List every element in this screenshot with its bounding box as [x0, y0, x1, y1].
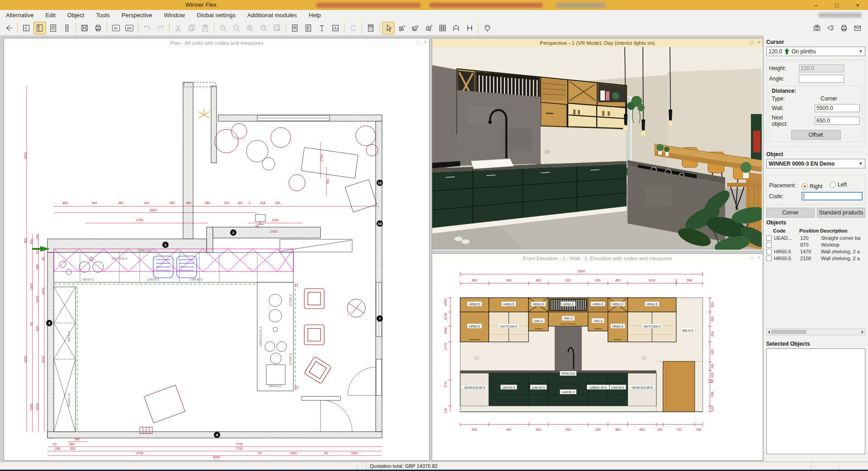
tool-floor-plan[interactable]: [20, 22, 33, 34]
offset-button[interactable]: Offset: [791, 130, 841, 140]
catalogue-dropdown[interactable]: WINNER 0000-3 EN Demo ▼: [766, 159, 865, 168]
elevation-canvas[interactable]: HR60-5HR60-5HR60-5HR60-5HR60-5HR60-5HR60…: [432, 262, 763, 460]
tool-sc-text[interactable]: sc: [109, 22, 122, 34]
menu-help[interactable]: Help: [303, 10, 327, 21]
tool-text-tool[interactable]: [316, 22, 328, 34]
tool-measure[interactable]: [463, 22, 476, 34]
scroll-left-icon[interactable]: [768, 330, 770, 334]
tool-tall-unit[interactable]: [61, 22, 73, 34]
menu-object[interactable]: Object: [61, 10, 90, 21]
tool-cut[interactable]: [172, 22, 184, 34]
menu-alternative[interactable]: Alternative: [0, 10, 39, 21]
table-row[interactable]: HR60-51470Wall shelving, 2 a: [766, 248, 865, 255]
tool-zoom-in[interactable]: [217, 22, 229, 34]
tool-back[interactable]: [2, 22, 15, 34]
close-button[interactable]: ×: [847, 0, 868, 10]
tool-grid[interactable]: [436, 22, 449, 34]
tool-printer2[interactable]: [838, 22, 850, 34]
status-segment: [839, 462, 868, 470]
angle-field[interactable]: [799, 75, 844, 83]
placement-radio-left[interactable]: Left: [830, 181, 847, 188]
menu-window[interactable]: Window: [158, 10, 191, 21]
wall-distance-field[interactable]: [815, 104, 860, 112]
cabinet-code-label: UAB45-33-5: [589, 386, 607, 389]
tool-mail[interactable]: [851, 22, 864, 34]
plan-close-icon[interactable]: ×: [424, 39, 427, 45]
height-field[interactable]: [799, 64, 844, 72]
row-checkbox[interactable]: [766, 249, 772, 254]
tool-zoom-region[interactable]: [257, 22, 270, 34]
tool-redo[interactable]: [154, 22, 167, 34]
tool-camera[interactable]: [811, 22, 823, 34]
code-input[interactable]: [802, 192, 863, 200]
dim-label: 650: [205, 201, 210, 205]
menu-edit[interactable]: Edit: [39, 10, 61, 21]
column-header-description[interactable]: Description: [820, 228, 865, 233]
tool-report[interactable]: [288, 22, 301, 34]
elevation-close-icon[interactable]: ×: [758, 255, 760, 260]
tool-zoom-out[interactable]: [230, 22, 243, 34]
tool-fitting-b[interactable]: [409, 22, 422, 34]
row-checkbox[interactable]: [766, 242, 772, 247]
toolbar-separator: [379, 23, 380, 33]
standard-products-button[interactable]: Standard products: [817, 208, 865, 218]
elevation-window: Front Elevation - 1 : Wall - 1, Elevatio…: [432, 253, 763, 461]
row-position: 1470: [800, 249, 821, 254]
placement-radio-right[interactable]: Right: [802, 183, 822, 190]
scroll-thumb[interactable]: [771, 330, 807, 334]
row-description: Straight corner ba: [821, 235, 865, 241]
maximize-button[interactable]: □: [826, 0, 847, 10]
row-checkbox[interactable]: [766, 256, 772, 261]
tool-megaphone[interactable]: [824, 22, 837, 34]
column-header-code[interactable]: Code: [773, 228, 799, 233]
corner-button[interactable]: Corner: [766, 208, 815, 218]
tool-chart[interactable]: [329, 22, 342, 34]
selected-objects-list[interactable]: [766, 348, 865, 454]
tool-wall-view[interactable]: [450, 22, 462, 34]
table-row[interactable]: 870Worktop: [766, 241, 865, 248]
tool-plug[interactable]: [481, 22, 494, 34]
menu-tools[interactable]: Tools: [90, 10, 115, 21]
column-header-position[interactable]: Position: [799, 228, 820, 233]
menu-global-settings[interactable]: Global settings: [191, 10, 241, 21]
table-row[interactable]: UEAD...120Straight corner ba: [766, 234, 865, 241]
tool-fitting-c[interactable]: [423, 22, 435, 34]
plan-canvas[interactable]: 6509004509004504506501503002418180550027…: [4, 47, 429, 460]
tool-zoom-all[interactable]: [271, 22, 283, 34]
tool-report-alt[interactable]: [302, 22, 315, 34]
perspective-window-titlebar[interactable]: Perspective - 1 (VR Mode): Day (interior…: [432, 38, 763, 48]
minimize-button[interactable]: –: [806, 0, 826, 10]
next-object-field[interactable]: [815, 117, 860, 125]
tool-print[interactable]: [92, 22, 104, 34]
tool-fitting-a[interactable]: [396, 22, 408, 34]
tool-pointer[interactable]: [382, 22, 395, 34]
tool-paste[interactable]: [199, 22, 212, 34]
tool-calculator[interactable]: [364, 22, 377, 34]
tool-zoom-object[interactable]: [244, 22, 256, 34]
menu-perspective[interactable]: Perspective: [116, 10, 158, 21]
menu-additional-modules[interactable]: Additional modules: [241, 10, 303, 21]
objects-hscrollbar[interactable]: [766, 328, 865, 335]
tool-panel-view[interactable]: [33, 22, 46, 34]
cabinet-code-label: HR60-5: [613, 325, 623, 328]
elevation-window-titlebar[interactable]: Front Elevation - 1 : Wall - 1, Elevatio…: [432, 254, 763, 263]
tool-pn-text[interactable]: pn: [123, 22, 136, 34]
elevation-maximize-icon[interactable]: □: [750, 255, 753, 260]
row-checkbox[interactable]: [766, 235, 772, 241]
cursor-position-dropdown[interactable]: 120.0 On plinths ▼: [766, 47, 865, 56]
camera-icon: [812, 24, 821, 33]
scroll-right-icon[interactable]: [862, 330, 863, 334]
perspective-close-icon[interactable]: ×: [758, 39, 760, 45]
dim-label: 900: [506, 279, 511, 282]
tool-undo[interactable]: [141, 22, 153, 34]
plan-window-titlebar[interactable]: Plan - All units with codes and measures…: [4, 38, 429, 48]
measure-icon: [465, 24, 474, 33]
tool-refresh[interactable]: [347, 22, 359, 34]
perspective-viewport[interactable]: [432, 47, 763, 251]
plan-maximize-icon[interactable]: □: [416, 39, 420, 45]
tool-save[interactable]: [78, 22, 91, 34]
perspective-maximize-icon[interactable]: □: [750, 39, 753, 45]
tool-list-view[interactable]: [47, 22, 60, 34]
table-row[interactable]: HR60-52100Wall shelving, 2 a: [766, 255, 865, 262]
tool-copy[interactable]: [185, 22, 198, 34]
